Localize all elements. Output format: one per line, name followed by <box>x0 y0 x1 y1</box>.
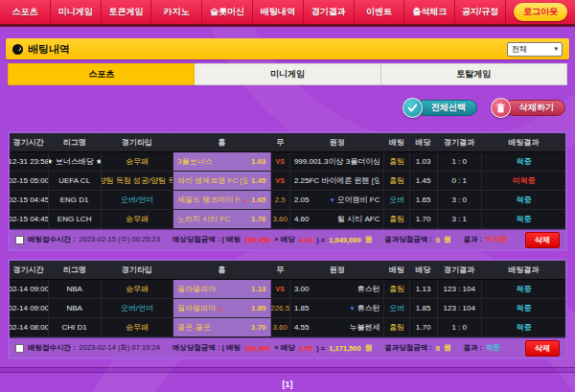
header-odds: 배당 <box>410 133 438 151</box>
title-bar: 배팅내역 전체 ▾ <box>6 38 569 59</box>
tab-0[interactable]: 스포츠 <box>8 63 195 85</box>
nav-item-7[interactable]: 이벤트 <box>355 0 405 24</box>
cell-home-pick: 필라델피아▲1.85 <box>173 299 271 317</box>
cell-odds: 1.65 <box>410 191 438 209</box>
table-row: 02-15 05:00UEFA CL승무패 [양팀 득점 성공/양팀 득점 실패… <box>10 172 565 191</box>
cell-match-type: 승무패 <box>102 210 173 228</box>
header-away: 원정 <box>290 133 385 151</box>
cell-score: 3 : 0 <box>438 191 482 209</box>
equals-label: ) = <box>316 344 325 353</box>
nav-item-2[interactable]: 토큰게임 <box>102 0 152 24</box>
select-checkbox[interactable] <box>15 236 24 244</box>
nav-item-4[interactable]: 슬롯머신 <box>202 0 253 24</box>
cell-score: 123 : 104 <box>438 299 482 317</box>
cell-draw: 3.60 <box>271 318 290 336</box>
away-odds: 999.00 <box>294 157 317 166</box>
delete-button[interactable]: 삭제 <box>525 340 560 357</box>
odds-mid-label: × 배당 <box>274 343 294 353</box>
cell-away: 2.25FC 바이에른 뮌헨 [양팀 득점 실패] <box>290 172 385 190</box>
result-amount: 0 <box>436 344 440 353</box>
filter-select[interactable]: 전체 ▾ <box>507 42 563 57</box>
tab-bar: 스포츠미니게임토탈게임 <box>8 63 567 85</box>
header-type: 경기타입 <box>102 261 173 279</box>
cell-league: ★ 보너스배당 ★ <box>49 152 102 171</box>
cell-bet-pick: 오버 <box>384 299 409 317</box>
header-league: 리그명 <box>49 261 102 279</box>
cell-draw: 226.5 <box>271 299 290 317</box>
cell-league: UEFA CL <box>49 172 102 190</box>
cell-home-pick: 3폴보너스1.03 <box>173 152 271 171</box>
cell-match-time: 02-15 04:45 <box>10 210 49 228</box>
nav-item-8[interactable]: 출석체크 <box>404 0 455 24</box>
nav-item-9[interactable]: 공지/규정 <box>455 0 506 24</box>
home-team-name: 셰필드 웬즈데이 FC <box>177 195 241 205</box>
cell-bet-pick: 오버 <box>384 191 409 209</box>
away-odds: 2.05 <box>294 196 310 204</box>
down-triangle-icon: ▼ <box>330 197 335 203</box>
cell-bet-pick: 홈팀 <box>384 152 409 171</box>
result-label: 결과 : <box>463 235 482 244</box>
cell-league: CHI D1 <box>49 318 102 336</box>
table-row: 12-31 23:58★ 보너스배당 ★승무패3폴보너스1.03VS999.00… <box>10 152 565 172</box>
cell-draw: VS <box>271 172 290 190</box>
home-odds: 1.03 <box>251 157 266 166</box>
select-checkbox[interactable] <box>15 344 24 353</box>
cell-match-time: 12-31 23:58 <box>10 152 49 171</box>
cell-draw: 3.60 <box>271 210 290 228</box>
delete-all-label: 삭제하기 <box>504 100 565 116</box>
away-odds: 4.55 <box>294 323 310 332</box>
cell-odds: 1.45 <box>410 172 438 190</box>
expected-amount: 1,171,500 <box>329 344 360 353</box>
nav-item-6[interactable]: 경기결과 <box>304 0 355 24</box>
cell-bet-result: 적중 <box>482 299 565 317</box>
result-value: 미적중 <box>486 235 508 244</box>
home-odds: 1.85 <box>251 304 266 312</box>
table-row: 02-14 08:00CHI D1승무패콜로-콜로1.703.604.55누블렌… <box>10 318 565 337</box>
home-odds: 1.45 <box>251 176 266 185</box>
result-value: 적중 <box>486 343 500 353</box>
tab-2[interactable]: 토탈게임 <box>381 63 567 85</box>
nav-item-5[interactable]: 배팅내역 <box>253 0 304 24</box>
nav-item-3[interactable]: 카지노 <box>151 0 202 24</box>
home-team-name: 노리치 시티 FC <box>177 214 230 224</box>
result-label: 결과 : <box>463 343 482 353</box>
slip-footer: 배팅접수시간 :2023-02-14 (화) 07:19:24예상당첨금액 : … <box>10 337 565 357</box>
select-all-label: 전체선택 <box>416 100 477 116</box>
result-amount: 0 <box>436 236 440 244</box>
tab-1[interactable]: 미니게임 <box>195 63 380 85</box>
header-home: 홈 <box>173 261 271 279</box>
pagination-page-1[interactable]: [1] <box>0 380 575 389</box>
equals-label: ) = <box>316 236 325 244</box>
cell-league: NBA <box>49 299 102 317</box>
bet-amount: 250,959 <box>244 236 270 244</box>
check-icon <box>402 98 423 118</box>
home-odds: 1.70 <box>251 323 266 332</box>
delete-all-button[interactable]: 삭제하기 <box>491 98 565 118</box>
nav-item-1[interactable]: 미니게임 <box>51 0 102 24</box>
cell-away: 3.00휴스턴 <box>290 280 385 298</box>
cell-match-type: 승무패 <box>102 318 173 336</box>
delete-button[interactable]: 삭제 <box>525 232 560 248</box>
cell-bet-pick: 홈팀 <box>384 172 409 190</box>
header-away: 원정 <box>290 261 385 279</box>
total-odds: 4.18 <box>299 236 313 244</box>
cell-draw: 2.5 <box>271 191 290 209</box>
select-all-button[interactable]: 전체선택 <box>402 98 477 118</box>
cell-away: 1.85▼휴스턴 <box>290 299 385 317</box>
logout-button[interactable]: 로그아웃 <box>514 3 567 21</box>
top-nav: 스포츠미니게임토큰게임카지노슬롯머신배팅내역경기결과이벤트출석체크공지/규정로그… <box>0 0 575 27</box>
won-suffix: 원 <box>365 235 373 244</box>
away-team-name: FC 바이에른 뮌헨 [양팀 득점 실패] <box>309 175 380 186</box>
nav-item-0[interactable]: 스포츠 <box>0 0 51 24</box>
home-odds: 1.70 <box>251 215 266 223</box>
cell-odds: 1.13 <box>410 280 438 298</box>
filter-select-value: 전체 <box>512 44 527 55</box>
table-row: 02-14 09:00NBA오버/언더필라델피아▲1.85226.51.85▼휴… <box>10 299 565 318</box>
cell-bet-result: 적중 <box>482 152 565 171</box>
cell-score: 3 : 1 <box>438 210 482 228</box>
bet-amount: 330,000 <box>244 344 270 353</box>
cell-away: 4.60헐 시티 AFC <box>290 210 385 228</box>
ball-icon <box>12 44 23 55</box>
cell-away: 2.05▼모어캠비 FC <box>290 191 385 209</box>
expected-amount-label: 예상당첨금액 : ( 배팅 <box>172 235 241 244</box>
